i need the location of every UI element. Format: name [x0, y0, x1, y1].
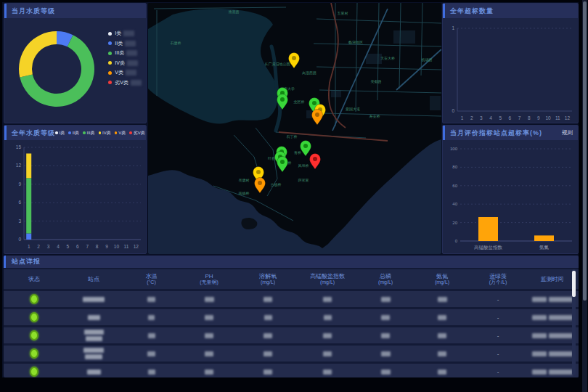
redacted-value	[438, 333, 446, 338]
value-cell	[123, 369, 180, 375]
table-title: 站点详报	[12, 257, 41, 266]
legend-label: V类	[118, 130, 126, 136]
value-cell	[238, 297, 298, 302]
redacted-value	[83, 348, 104, 353]
redacted-value	[147, 351, 155, 356]
map-label: 吴都路	[371, 79, 382, 84]
table-row[interactable]: -	[4, 291, 579, 307]
legend-label: 劣V类	[134, 130, 145, 136]
redacted-value	[532, 315, 547, 320]
map-label: 南杨桥	[239, 191, 250, 196]
redacted-value	[532, 333, 547, 338]
legend-item-劣V类[interactable]: 劣V类	[108, 79, 142, 86]
rules-link[interactable]: 规则	[562, 129, 573, 136]
legend-item-IV类[interactable]: IV类	[108, 60, 142, 67]
legend-dot	[108, 81, 112, 84]
legend-item-I类[interactable]: I类	[55, 130, 65, 136]
map-label: 天安大桥	[380, 56, 395, 60]
column-name: 水温	[146, 273, 158, 279]
stack-bar-II类	[26, 234, 31, 240]
axis-label: 9	[537, 115, 540, 121]
legend-item-IV类[interactable]: IV类	[99, 130, 111, 136]
status-indicator-normal	[30, 294, 38, 304]
page-scrollbar-thumb[interactable]	[583, 1, 587, 301]
legend-item-劣V类[interactable]: 劣V类	[129, 130, 145, 136]
redacted-value	[85, 354, 102, 359]
donut-legend: I类II类III类IV类V类劣V类	[108, 30, 142, 89]
legend-dot	[68, 131, 71, 134]
legend-item-I类[interactable]: I类	[108, 30, 142, 37]
status-cell	[4, 348, 65, 359]
column-unit: (万个/L)	[489, 279, 507, 285]
axis-label: 9	[18, 181, 21, 187]
axis-label: 15	[16, 144, 22, 150]
redacted-value	[532, 369, 547, 375]
redacted-value	[323, 333, 332, 338]
legend-item-III类[interactable]: III类	[108, 49, 142, 57]
map-label: 吴塘村	[239, 178, 250, 183]
status-indicator-normal	[30, 312, 38, 322]
map-label: 古杨桥	[271, 182, 282, 187]
legend-item-III类[interactable]: III类	[83, 130, 95, 136]
column-header-高锰酸盐指数: 高锰酸盐指数(mg/L)	[298, 273, 357, 285]
legend-label: II类	[73, 130, 79, 136]
table-row[interactable]: -	[4, 346, 579, 362]
value-cell	[298, 351, 357, 356]
redacted-value	[549, 315, 573, 320]
panel-annual-water-grade: 全年水质等级 I类II类III类IV类V类劣V类 036912151234567…	[4, 125, 147, 254]
value-cell	[414, 351, 470, 356]
value-cell	[414, 333, 470, 338]
axis-label: 20	[452, 221, 457, 225]
redacted-value	[323, 369, 332, 375]
map-label: 北区桥	[294, 99, 305, 105]
axis-label: 氨氮	[539, 245, 550, 250]
panel-title: 当月评价指标站点超标率(%)	[450, 128, 542, 138]
station-name-cell	[65, 330, 123, 341]
legend-item-II类[interactable]: II类	[108, 40, 142, 47]
column-header-溶解氧: 溶解氧(mg/L)	[238, 273, 298, 285]
value-cell	[414, 369, 470, 375]
value-cell	[123, 333, 180, 338]
legend-dot	[108, 41, 112, 45]
page-scrollbar-track[interactable]	[582, 0, 587, 392]
axis-label: 8	[96, 244, 99, 249]
redacted-value	[532, 351, 547, 356]
table-body: -----	[4, 291, 579, 377]
panel-header: 全年超标数量	[443, 4, 578, 18]
panel-header: 当月水质等级	[4, 4, 146, 18]
column-unit: (mg/L)	[378, 279, 393, 285]
table-row[interactable]: -	[4, 364, 579, 377]
table-row[interactable]: -	[4, 327, 579, 343]
redacted-value	[549, 351, 573, 356]
redacted-value	[147, 297, 155, 302]
column-name: 氨氮	[436, 273, 448, 279]
legend-label: III类	[115, 49, 124, 57]
legend-label: IV类	[115, 60, 125, 67]
value-cell	[357, 297, 414, 302]
panel-title: 全年超标数量	[450, 7, 494, 16]
map-canvas[interactable]: 石塘桥渔港路五里村蠡湖地区天安大桥机场路高浪西路吴都路长广溪湿地公园江南大学北区…	[148, 3, 441, 254]
legend-item-II类[interactable]: II类	[68, 130, 79, 136]
value-cell	[123, 297, 180, 302]
table-row[interactable]: -	[4, 309, 579, 325]
algae-cell: -	[470, 369, 526, 375]
redacted-value	[532, 297, 547, 302]
column-name: 站点	[88, 276, 99, 282]
map[interactable]: 石塘桥渔港路五里村蠡湖地区天安大桥机场路高浪西路吴都路长广溪湿地公园江南大学北区…	[148, 3, 441, 254]
stacked-bar-chart: 03691215123456789101112	[4, 140, 147, 254]
legend-value-redacted	[126, 70, 136, 75]
status-indicator-normal	[30, 367, 38, 377]
table-scrollbar-thumb[interactable]	[572, 271, 576, 297]
redacted-value	[381, 315, 390, 320]
axis-label: 5	[499, 115, 502, 121]
status-indicator-normal	[30, 348, 38, 359]
legend-item-V类[interactable]: V类	[108, 69, 142, 76]
map-label: 凤埠桥	[298, 163, 309, 168]
redacted-value	[549, 333, 573, 338]
column-name: PH	[205, 273, 213, 279]
legend-item-V类[interactable]: V类	[115, 130, 126, 136]
legend-value-redacted	[125, 41, 136, 46]
redacted-value	[205, 369, 213, 375]
value-cell	[357, 369, 414, 375]
legend-value-redacted	[131, 80, 142, 86]
